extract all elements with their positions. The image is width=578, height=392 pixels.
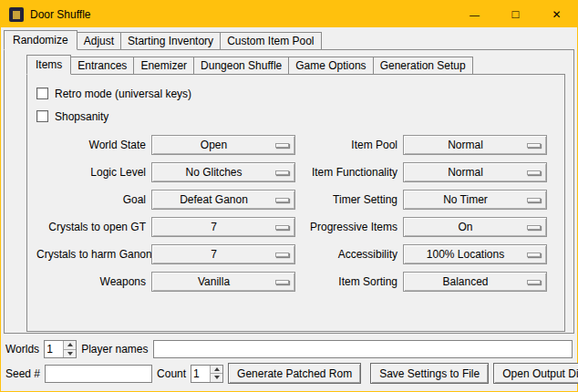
dropdown-value: 7 <box>152 221 275 233</box>
window-controls: — □ ✕ <box>454 1 577 27</box>
maximize-button[interactable]: □ <box>495 1 536 27</box>
shopsanity-label: Shopsanity <box>55 110 108 123</box>
dropdown-value: Vanilla <box>152 275 275 288</box>
dropdown-indicator-icon <box>527 280 541 284</box>
tab-adjust[interactable]: Adjust <box>77 32 121 49</box>
dropdown-value: Normal <box>404 166 527 179</box>
dropdown-indicator-icon <box>275 198 289 202</box>
minimize-button[interactable]: — <box>454 1 495 27</box>
player-names-label: Player names <box>81 343 148 356</box>
dropdown-indicator-icon <box>275 143 289 148</box>
tab-randomize[interactable]: Randomize <box>4 30 77 50</box>
logic-level-dropdown[interactable]: No Glitches <box>151 162 295 182</box>
minimize-icon: — <box>470 10 480 20</box>
item-functionality-dropdown[interactable]: Normal <box>403 162 547 182</box>
spinner-buttons <box>210 366 222 382</box>
seed-input[interactable] <box>45 365 152 383</box>
dropdown-value: On <box>404 221 527 233</box>
seed-label: Seed # <box>5 367 40 380</box>
dropdown-value: 7 <box>152 248 275 261</box>
worlds-spin-up-button[interactable] <box>64 341 76 349</box>
tab-game-options[interactable]: Game Options <box>288 57 373 74</box>
goal-dropdown[interactable]: Defeat Ganon <box>151 190 295 210</box>
player-names-input[interactable] <box>153 340 573 358</box>
crystals-harm-ganon-dropdown[interactable]: 7 <box>151 244 295 264</box>
count-spinner[interactable] <box>191 365 223 383</box>
checkbox-icon[interactable] <box>36 110 48 122</box>
count-label: Count <box>157 367 186 380</box>
logic-level-label: Logic Level <box>36 166 146 179</box>
maximize-icon: □ <box>512 8 520 20</box>
dropdown-indicator-icon <box>527 170 541 175</box>
dropdown-indicator-icon <box>527 198 541 202</box>
dropdown-value: Normal <box>404 139 527 151</box>
item-pool-label: Item Pool <box>301 139 397 151</box>
app-icon <box>9 7 24 22</box>
world-state-label: World State <box>36 139 146 151</box>
secondary-tab-bar: Items Entrances Enemizer Dungeon Shuffle… <box>26 55 565 74</box>
client-area: Randomize Adjust Starting Inventory Cust… <box>1 27 577 391</box>
dropdown-value: No Glitches <box>152 166 275 179</box>
item-sorting-dropdown[interactable]: Balanced <box>403 272 547 292</box>
close-button[interactable]: ✕ <box>536 1 577 27</box>
worlds-spinner[interactable] <box>44 340 77 358</box>
tab-custom-item-pool[interactable]: Custom Item Pool <box>220 32 321 49</box>
dropdown-value: No Timer <box>404 193 527 206</box>
save-settings-button[interactable]: Save Settings to File <box>370 363 489 384</box>
tab-items[interactable]: Items <box>26 55 71 75</box>
primary-tab-bar: Randomize Adjust Starting Inventory Cust… <box>4 30 574 49</box>
worlds-input[interactable] <box>45 341 63 357</box>
worlds-spin-down-button[interactable] <box>64 349 76 358</box>
crystals-harm-ganon-label: Crystals to harm Ganon <box>36 248 146 261</box>
dropdown-indicator-icon <box>527 253 541 257</box>
dropdown-indicator-icon <box>527 225 541 230</box>
world-state-dropdown[interactable]: Open <box>151 135 295 155</box>
settings-grid: World State Open Item Pool Normal Logic … <box>36 135 555 292</box>
retro-mode-label: Retro mode (universal keys) <box>55 88 191 100</box>
worlds-row: Worlds Player names <box>5 340 573 358</box>
generate-button[interactable]: Generate Patched Rom <box>228 363 361 384</box>
item-sorting-label: Item Sorting <box>301 275 397 288</box>
bottom-bar: Worlds Player names Seed # Count <box>4 340 574 384</box>
spinner-buttons <box>63 341 76 357</box>
weapons-dropdown[interactable]: Vanilla <box>151 272 295 292</box>
dropdown-indicator-icon <box>275 225 289 230</box>
dropdown-value: Open <box>152 139 275 151</box>
timer-setting-dropdown[interactable]: No Timer <box>403 190 547 210</box>
checkbox-icon[interactable] <box>36 88 48 99</box>
items-panel: Retro mode (universal keys) Shopsanity W… <box>26 74 565 332</box>
spin-down-icon <box>67 352 73 356</box>
accessibility-dropdown[interactable]: 100% Locations <box>403 244 547 264</box>
dropdown-value: Balanced <box>404 275 527 288</box>
count-spin-up-button[interactable] <box>211 366 222 374</box>
spin-down-icon <box>214 376 220 379</box>
tab-starting-inventory[interactable]: Starting Inventory <box>120 32 221 49</box>
app-window: Door Shuffle — □ ✕ Randomize Adjust Star… <box>0 0 578 392</box>
open-output-button[interactable]: Open Output Directory <box>493 363 578 384</box>
titlebar: Door Shuffle — □ ✕ <box>1 1 577 27</box>
item-pool-dropdown[interactable]: Normal <box>403 135 547 155</box>
tab-dungeon-shuffle[interactable]: Dungeon Shuffle <box>193 57 289 74</box>
count-input[interactable] <box>191 366 210 382</box>
seed-row: Seed # Count Generate Patched Rom Save S… <box>5 363 573 384</box>
dropdown-indicator-icon <box>275 170 289 175</box>
spin-up-icon <box>214 367 220 371</box>
retro-mode-checkbox[interactable]: Retro mode (universal keys) <box>36 84 555 103</box>
spin-up-icon <box>67 343 73 346</box>
count-spin-down-button[interactable] <box>211 373 222 382</box>
dropdown-indicator-icon <box>527 143 541 148</box>
timer-setting-label: Timer Setting <box>301 193 397 206</box>
randomize-panel: Items Entrances Enemizer Dungeon Shuffle… <box>4 49 574 334</box>
dropdown-indicator-icon <box>275 253 289 257</box>
progressive-items-label: Progressive Items <box>301 221 397 233</box>
crystals-open-gt-dropdown[interactable]: 7 <box>151 217 295 237</box>
goal-label: Goal <box>36 193 146 206</box>
tab-enemizer[interactable]: Enemizer <box>133 57 194 74</box>
dropdown-value: Defeat Ganon <box>152 193 275 206</box>
tab-generation-setup[interactable]: Generation Setup <box>373 57 473 74</box>
close-icon: ✕ <box>552 9 561 20</box>
shopsanity-checkbox[interactable]: Shopsanity <box>36 107 555 126</box>
accessibility-label: Accessibility <box>301 248 397 261</box>
progressive-items-dropdown[interactable]: On <box>403 217 547 237</box>
tab-entrances[interactable]: Entrances <box>70 57 134 74</box>
